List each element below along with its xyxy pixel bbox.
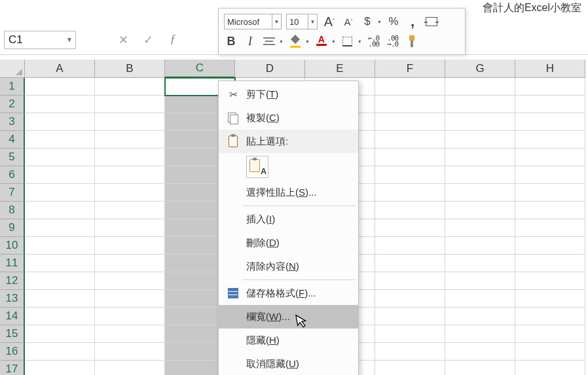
cell-F8[interactable]	[375, 202, 445, 219]
border-icon[interactable]	[340, 33, 355, 49]
cancel-icon[interactable]: ✕	[115, 32, 131, 48]
cell-B5[interactable]	[95, 149, 165, 166]
row-header-1[interactable]: 1	[0, 78, 25, 96]
font-color-icon[interactable]: A	[314, 33, 329, 49]
font-size-input[interactable]	[286, 14, 308, 29]
row-header-8[interactable]: 8	[0, 202, 25, 219]
cell-G12[interactable]	[445, 272, 515, 290]
decrease-font-icon[interactable]: Aˇ	[341, 14, 356, 29]
cell-H5[interactable]	[515, 149, 585, 166]
row-header-5[interactable]: 5	[0, 149, 25, 166]
column-header-B[interactable]: B	[95, 60, 165, 78]
cell-G1[interactable]	[445, 78, 515, 96]
cell-F12[interactable]	[375, 272, 445, 290]
row-header-12[interactable]: 12	[0, 272, 25, 290]
cell-A4[interactable]	[25, 131, 95, 149]
row-header-16[interactable]: 16	[0, 343, 25, 361]
cell-G2[interactable]	[445, 96, 515, 113]
cell-F15[interactable]	[375, 325, 445, 343]
name-box-dropdown-icon[interactable]: ▼	[66, 36, 73, 43]
select-all-corner[interactable]	[0, 60, 25, 78]
font-color-dropdown-icon[interactable]: ▼	[331, 39, 336, 44]
cell-H17[interactable]	[515, 361, 585, 375]
column-header-A[interactable]: A	[25, 60, 95, 78]
row-header-15[interactable]: 15	[0, 325, 25, 343]
cell-F3[interactable]	[375, 113, 445, 131]
cell-H10[interactable]	[515, 237, 585, 255]
align-icon[interactable]	[262, 33, 276, 49]
cell-F11[interactable]	[375, 255, 445, 272]
row-header-7[interactable]: 7	[0, 184, 25, 202]
cell-G7[interactable]	[445, 184, 515, 202]
cell-G4[interactable]	[445, 131, 515, 149]
cell-B12[interactable]	[95, 272, 165, 290]
cell-F5[interactable]	[375, 149, 445, 166]
cell-B1[interactable]	[95, 78, 165, 96]
format-painter-icon[interactable]	[405, 33, 419, 49]
cell-A12[interactable]	[25, 272, 95, 290]
cell-F16[interactable]	[375, 343, 445, 361]
row-header-11[interactable]: 11	[0, 255, 25, 272]
font-size-dropdown-icon[interactable]: ▼	[308, 14, 318, 29]
cell-H8[interactable]	[515, 202, 585, 219]
increase-decimal-icon[interactable]: ←.0.00	[367, 33, 381, 49]
border-dropdown-icon[interactable]: ▼	[358, 39, 362, 44]
name-box[interactable]: C1 ▼	[4, 31, 76, 49]
cell-A10[interactable]	[25, 237, 95, 255]
cell-A1[interactable]	[25, 78, 95, 96]
cell-B3[interactable]	[95, 113, 165, 131]
ctx-unhide[interactable]: 取消隱藏(U)	[219, 352, 358, 375]
cell-H13[interactable]	[515, 290, 585, 308]
cell-F7[interactable]	[375, 184, 445, 202]
cell-A6[interactable]	[25, 166, 95, 184]
column-header-E[interactable]: E	[305, 60, 375, 78]
cell-A5[interactable]	[25, 149, 95, 166]
align-dropdown-icon[interactable]: ▼	[279, 39, 284, 44]
font-name-input[interactable]	[224, 14, 272, 29]
row-header-17[interactable]: 17	[0, 361, 25, 375]
cell-G15[interactable]	[445, 325, 515, 343]
ctx-cut[interactable]: ✂ 剪下(T)	[219, 82, 358, 106]
cell-A15[interactable]	[25, 325, 95, 343]
column-header-F[interactable]: F	[375, 60, 445, 78]
cell-G11[interactable]	[445, 255, 515, 272]
cell-G10[interactable]	[445, 237, 515, 255]
row-header-3[interactable]: 3	[0, 113, 25, 131]
cell-H14[interactable]	[515, 308, 585, 325]
column-header-C[interactable]: C	[165, 60, 235, 78]
currency-icon[interactable]: $	[360, 14, 375, 29]
row-header-9[interactable]: 9	[0, 219, 25, 237]
ctx-copy[interactable]: 複製(C)	[219, 106, 358, 130]
cell-B15[interactable]	[95, 325, 165, 343]
cell-F4[interactable]	[375, 131, 445, 149]
cell-H15[interactable]	[515, 325, 585, 343]
bold-button[interactable]: B	[224, 33, 238, 49]
enter-icon[interactable]: ✓	[140, 32, 156, 48]
cell-A9[interactable]	[25, 219, 95, 237]
cell-A14[interactable]	[25, 308, 95, 325]
cell-H12[interactable]	[515, 272, 585, 290]
cell-A17[interactable]	[25, 361, 95, 375]
cell-H11[interactable]	[515, 255, 585, 272]
merge-icon[interactable]	[424, 14, 439, 29]
cell-B7[interactable]	[95, 184, 165, 202]
cell-B2[interactable]	[95, 96, 165, 113]
cell-A7[interactable]	[25, 184, 95, 202]
fx-icon[interactable]: ƒ	[165, 32, 181, 48]
cell-A3[interactable]	[25, 113, 95, 131]
cell-H16[interactable]	[515, 343, 585, 361]
cell-F2[interactable]	[375, 96, 445, 113]
cell-F9[interactable]	[375, 219, 445, 237]
cell-F6[interactable]	[375, 166, 445, 184]
cell-B8[interactable]	[95, 202, 165, 219]
currency-dropdown-icon[interactable]: ▼	[377, 20, 382, 24]
cell-A2[interactable]	[25, 96, 95, 113]
cell-G3[interactable]	[445, 113, 515, 131]
cell-H7[interactable]	[515, 184, 585, 202]
column-header-D[interactable]: D	[235, 60, 305, 78]
cell-B17[interactable]	[95, 361, 165, 375]
paste-option-button[interactable]: A	[246, 156, 268, 178]
cell-H3[interactable]	[515, 113, 585, 131]
row-header-6[interactable]: 6	[0, 166, 25, 184]
fill-color-dropdown-icon[interactable]: ▼	[305, 39, 310, 44]
